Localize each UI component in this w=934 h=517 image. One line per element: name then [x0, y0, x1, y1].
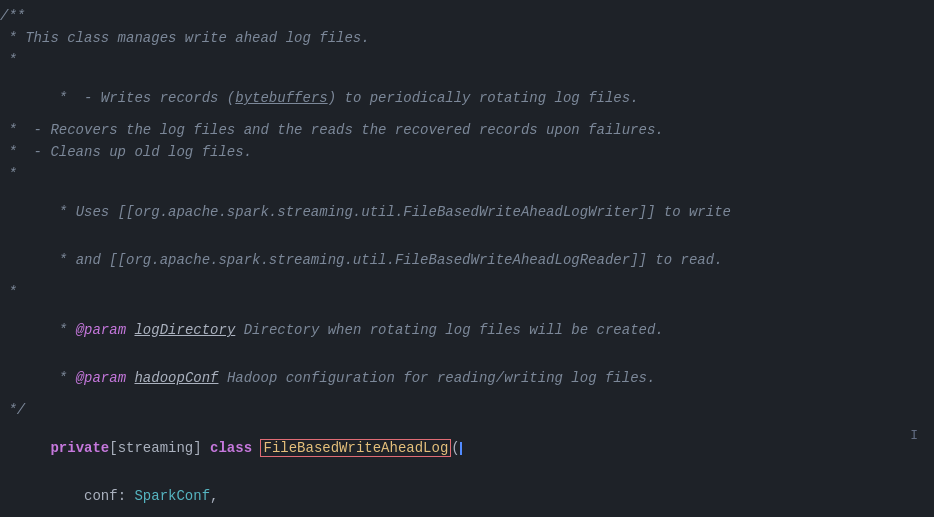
code-line-6: * - Cleans up old log files.	[0, 144, 934, 166]
code-line-3: *	[0, 52, 934, 74]
code-line-15: conf: SparkConf,	[0, 472, 934, 517]
code-line-14: private[streaming] class FileBasedWriteA…	[0, 424, 934, 472]
cursor-position: I	[910, 428, 918, 443]
code-line-13: */	[0, 402, 934, 424]
code-line-2: * This class manages write ahead log fil…	[0, 30, 934, 52]
cursor-indicator	[460, 442, 462, 455]
code-line-8: * Uses [[org.apache.spark.streaming.util…	[0, 188, 934, 236]
code-line-1: /**	[0, 8, 934, 30]
code-line-5: * - Recovers the log files and the reads…	[0, 122, 934, 144]
code-line-4: * - Writes records (bytebuffers) to peri…	[0, 74, 934, 122]
code-line-10: *	[0, 284, 934, 306]
code-line-7: *	[0, 166, 934, 188]
code-editor[interactable]: /** * This class manages write ahead log…	[0, 0, 934, 517]
code-line-11: * @param logDirectory Directory when rot…	[0, 306, 934, 354]
code-line-12: * @param hadoopConf Hadoop configuration…	[0, 354, 934, 402]
code-line-9: * and [[org.apache.spark.streaming.util.…	[0, 236, 934, 284]
